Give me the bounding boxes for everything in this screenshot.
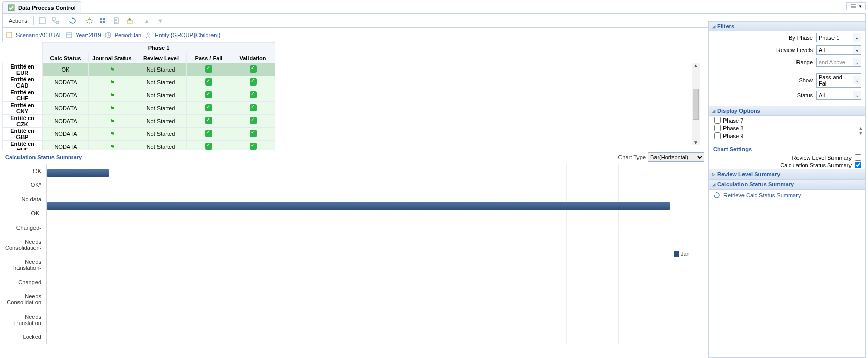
phase-header: Phase 1 xyxy=(43,43,275,53)
chart-category-label: Needs Consolidation xyxy=(5,293,41,305)
export-icon[interactable] xyxy=(125,15,135,26)
flag-icon: ⚑ xyxy=(110,79,115,86)
chart-category-label: Needs Translation- xyxy=(5,259,41,271)
phase-checkbox-list[interactable]: Phase 7 Phase 8 Phase 9 xyxy=(713,116,852,144)
calc-status-cell: NODATA xyxy=(43,128,89,141)
chevron-up-icon[interactable]: ▲ xyxy=(141,15,152,26)
document-icon[interactable] xyxy=(111,15,121,26)
legend-label: Jan xyxy=(681,251,690,257)
scroll-down-icon[interactable]: ▼ xyxy=(856,131,865,136)
retrieve-calc-status-link[interactable]: Retrieve Calc Status Summary xyxy=(709,190,865,201)
expand-icon[interactable] xyxy=(37,15,47,26)
collapse-icon: ◢ xyxy=(712,109,715,113)
table-row[interactable]: Entité en CNYNODATA⚑Not Started xyxy=(3,102,275,115)
phase-checkbox-item[interactable]: Phase 8 xyxy=(714,125,851,131)
flag-icon: ⚑ xyxy=(110,66,115,73)
review-summary-checkbox[interactable] xyxy=(855,154,861,161)
scroll-thumb[interactable] xyxy=(693,89,699,120)
col-pass-fail[interactable]: Pass / Fail xyxy=(187,53,231,63)
validation-cell xyxy=(231,89,275,102)
menu-dropdown-button[interactable]: ▼ xyxy=(846,2,866,10)
review-levels-select[interactable]: All⌄ xyxy=(816,45,861,55)
check-icon xyxy=(205,91,212,98)
col-validation[interactable]: Validation xyxy=(231,53,275,63)
chart-type-select[interactable]: Bar(Horizontal) xyxy=(648,152,704,162)
phase-checkbox[interactable] xyxy=(714,125,721,131)
summary-title: Calculation Status Summary xyxy=(5,154,82,160)
phase-checkbox-item[interactable]: Phase 7 xyxy=(714,117,851,124)
pov-entity[interactable]: Entity:{GROUP.[Children]} xyxy=(155,32,220,38)
table-row[interactable]: Entité en CHFNODATA⚑Not Started xyxy=(3,89,275,102)
range-select[interactable]: and Above⌄ xyxy=(816,58,861,67)
validation-cell xyxy=(231,128,275,141)
display-options-header[interactable]: ◢ Display Options xyxy=(709,106,865,116)
table-row[interactable]: Entité en CADNODATA⚑Not Started xyxy=(3,76,275,89)
gear-icon[interactable] xyxy=(84,15,95,26)
actions-menu-button[interactable]: Actions xyxy=(6,18,30,24)
show-select[interactable]: Pass and Fail⌄ xyxy=(816,73,861,88)
calc-status-cell: NODATA xyxy=(43,102,89,115)
calc-status-summary-header[interactable]: ◢ Calculation Status Summary xyxy=(709,179,865,190)
filters-title: Filters xyxy=(717,23,734,29)
separator xyxy=(33,16,34,25)
refresh-icon[interactable] xyxy=(67,15,78,26)
validation-cell xyxy=(231,115,275,128)
chart-bar xyxy=(47,202,670,210)
scroll-up-icon[interactable]: ▲ xyxy=(856,126,865,131)
right-sidebar: ◢ Filters By PhasePhase 1⌄ Review Levels… xyxy=(708,21,866,358)
scroll-up-icon[interactable]: ▲ xyxy=(693,63,698,69)
pov-scenario[interactable]: Scenario:ACTUAL xyxy=(16,32,62,38)
pov-year[interactable]: Year:2019 xyxy=(76,32,101,38)
tree-icon[interactable] xyxy=(50,15,61,26)
calc-status-cell: NODATA xyxy=(43,115,89,128)
chart-category-label: Needs Translation xyxy=(5,314,41,326)
by-phase-label: By Phase xyxy=(766,35,813,41)
table-row[interactable]: Entité en GBPNODATA⚑Not Started xyxy=(3,128,275,141)
phase-checkbox[interactable] xyxy=(714,132,721,139)
vertical-scrollbar[interactable]: ▲ ▼ xyxy=(692,63,700,145)
table-row[interactable]: Entité en EUROK⚑Not Started xyxy=(3,63,275,76)
filters-header[interactable]: ◢ Filters xyxy=(709,21,865,31)
chevron-down-icon: ⌄ xyxy=(853,58,861,66)
review-levels-label: Review Levels xyxy=(766,47,813,53)
flag-icon: ⚑ xyxy=(110,118,115,124)
flag-icon: ⚑ xyxy=(110,144,115,150)
chart-bar xyxy=(47,169,109,177)
entity-icon xyxy=(145,31,152,39)
calc-status-cell: NODATA xyxy=(43,141,89,151)
pass-fail-cell xyxy=(187,102,231,115)
table-row[interactable]: Entité en HUFNODATA⚑Not Started xyxy=(3,141,275,151)
status-select[interactable]: All⌄ xyxy=(816,91,861,100)
validation-cell xyxy=(231,102,275,115)
scroll-down-icon[interactable]: ▼ xyxy=(693,140,698,145)
by-phase-select[interactable]: Phase 1⌄ xyxy=(816,33,861,42)
pass-fail-cell xyxy=(187,128,231,141)
journal-status-cell: ⚑ xyxy=(89,102,135,115)
window-tab[interactable]: Data Process Control xyxy=(2,1,81,13)
check-icon xyxy=(205,78,212,86)
col-calc-status[interactable]: Calc Status xyxy=(43,53,89,63)
col-review-level[interactable]: Review Level xyxy=(135,53,187,63)
show-label: Show xyxy=(766,77,813,83)
svg-line-2 xyxy=(41,19,44,22)
check-icon xyxy=(205,104,212,111)
review-level-summary-header[interactable]: ▷ Review Level Summary xyxy=(709,169,865,179)
svg-line-13 xyxy=(91,18,92,19)
calc-summary-cb-label: Calculation Status Summary xyxy=(780,162,852,168)
phase-checkbox-item[interactable]: Phase 9 xyxy=(714,132,851,139)
table-row[interactable]: Entité en CZKNODATA⚑Not Started xyxy=(3,115,275,128)
svg-rect-3 xyxy=(52,18,55,20)
entity-cell: Entité en EUR xyxy=(3,63,43,76)
col-journal-status[interactable]: Journal Status xyxy=(89,53,135,63)
phase-checkbox[interactable] xyxy=(714,117,721,124)
chevron-down-icon[interactable]: ▼ xyxy=(155,15,165,26)
pass-fail-cell xyxy=(187,141,231,151)
journal-status-cell: ⚑ xyxy=(89,63,135,76)
validation-cell xyxy=(231,63,275,76)
svg-rect-0 xyxy=(8,5,14,11)
pov-period[interactable]: Period:Jan xyxy=(115,32,142,38)
calc-summary-checkbox[interactable] xyxy=(855,162,861,168)
svg-rect-17 xyxy=(103,21,105,23)
year-icon xyxy=(65,31,73,39)
calculate-icon[interactable] xyxy=(98,15,108,26)
